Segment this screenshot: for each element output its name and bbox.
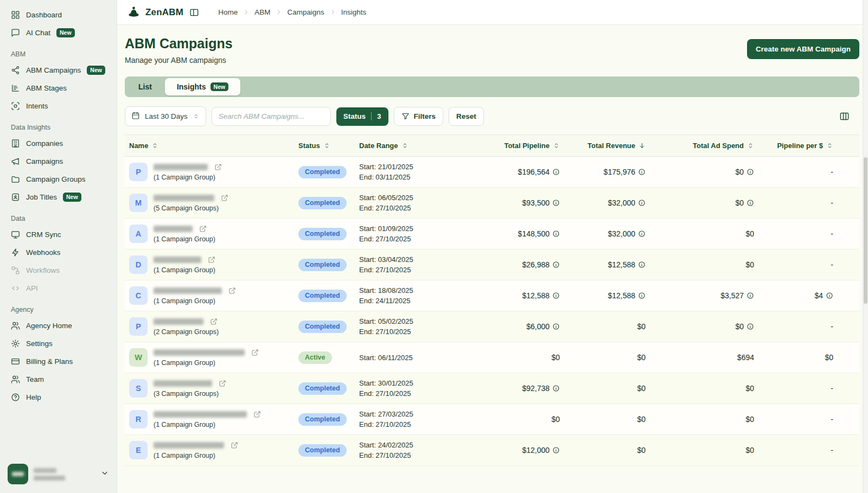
workflow-icon	[11, 266, 20, 275]
sidebar-item-crm-sync[interactable]: CRM Sync	[7, 226, 110, 243]
sidebar-item-dashboard[interactable]: Dashboard	[7, 7, 110, 23]
external-link-icon[interactable]	[251, 349, 259, 356]
avatar: E	[129, 441, 148, 459]
column-header-status[interactable]: Status	[294, 135, 355, 156]
external-link-icon[interactable]	[253, 411, 261, 418]
sort-icon	[747, 142, 754, 149]
total-ad-spend-cell: $3,527	[650, 287, 758, 304]
sidebar-item-api[interactable]: API	[7, 280, 110, 297]
breadcrumb-item-campaigns[interactable]: Campaigns	[287, 8, 324, 16]
zenabm-logo-icon	[127, 5, 141, 19]
create-campaign-button[interactable]: Create new ABM Campaign	[747, 39, 859, 59]
table-row[interactable]: E(1 Campaign Group)CompletedStart: 24/02…	[125, 435, 859, 466]
table-row[interactable]: W(1 Campaign Group)ActiveStart: 06/11/20…	[125, 342, 859, 373]
sidebar-section-title: Data Insights	[11, 124, 106, 131]
info-icon[interactable]	[552, 261, 560, 268]
table-row[interactable]: C(1 Campaign Group)CompletedStart: 18/08…	[125, 280, 859, 311]
info-icon[interactable]	[746, 323, 754, 330]
info-icon[interactable]	[638, 261, 646, 268]
info-icon[interactable]	[552, 168, 560, 176]
column-settings-button[interactable]	[837, 109, 852, 124]
sidebar-item-job-titles[interactable]: Job TitlesNew	[7, 189, 110, 206]
search-input[interactable]	[212, 107, 331, 126]
column-header-total-revenue[interactable]: Total Revenue	[564, 135, 650, 156]
chevron-down-icon[interactable]	[100, 469, 109, 479]
code-icon	[11, 284, 20, 293]
info-icon[interactable]	[552, 323, 560, 330]
column-header-total-ad-spend[interactable]: Total Ad Spend	[650, 135, 758, 156]
column-header-pipeline-per[interactable]: Pipeline per $	[758, 135, 859, 156]
external-link-icon[interactable]	[219, 380, 226, 387]
filters-button[interactable]: Filters	[394, 107, 444, 126]
column-header-name[interactable]: Name	[125, 135, 294, 156]
sidebar-item-campaigns[interactable]: Campaigns	[7, 153, 110, 170]
breadcrumb-item-insights[interactable]: Insights	[341, 8, 367, 16]
avatar: S	[129, 379, 148, 398]
external-link-icon[interactable]	[221, 194, 228, 202]
breadcrumb-item-home[interactable]: Home	[218, 8, 238, 16]
status-badge: Completed	[298, 166, 347, 178]
tab-list[interactable]: List	[126, 78, 164, 95]
sidebar-item-campaign-groups[interactable]: Campaign Groups	[7, 171, 110, 188]
table-row[interactable]: S(3 Campaign Groups)CompletedStart: 30/0…	[125, 373, 859, 404]
calendar-icon	[131, 111, 140, 121]
sidebar-item-team[interactable]: Team	[7, 371, 110, 388]
column-header-total-pipeline[interactable]: Total Pipeline	[473, 135, 564, 156]
info-icon[interactable]	[746, 199, 754, 207]
sidebar-item-webhooks[interactable]: Webhooks	[7, 244, 110, 261]
info-icon[interactable]	[638, 199, 646, 207]
external-link-icon[interactable]	[231, 441, 238, 449]
sidebar-item-billing-plans[interactable]: Billing & Plans	[7, 353, 110, 370]
sidebar-item-ai-chat[interactable]: AI ChatNew	[7, 24, 110, 41]
external-link-icon[interactable]	[214, 163, 222, 171]
info-icon[interactable]	[552, 385, 560, 392]
date-range-select[interactable]: Last 30 Days	[125, 106, 206, 126]
table-row[interactable]: R(1 Campaign Group)CompletedStart: 27/03…	[125, 404, 859, 435]
status-badge: Active	[298, 351, 332, 364]
external-link-icon[interactable]	[210, 318, 218, 325]
sidebar-toggle-icon[interactable]	[189, 8, 199, 17]
tab-insights[interactable]: Insights New	[165, 78, 240, 95]
table-row[interactable]: P(2 Campaign Groups)CompletedStart: 05/0…	[125, 311, 859, 342]
user-menu[interactable]	[7, 460, 110, 488]
info-icon[interactable]	[746, 292, 754, 299]
campaign-group-count: (5 Campaign Groups)	[154, 204, 228, 212]
external-link-icon[interactable]	[199, 225, 207, 233]
sidebar-item-help[interactable]: Help	[7, 389, 110, 406]
chevron-right-icon	[242, 9, 250, 16]
external-link-icon[interactable]	[208, 256, 215, 264]
sidebar-item-settings[interactable]: Settings	[7, 335, 110, 352]
table-row[interactable]: A(1 Campaign Group)CompletedStart: 01/09…	[125, 219, 859, 249]
info-icon[interactable]	[638, 168, 646, 176]
sidebar-item-abm-campaigns[interactable]: ABM CampaignsNew	[7, 62, 110, 79]
redacted-name	[154, 195, 214, 201]
sidebar-item-abm-stages[interactable]: ABM Stages	[7, 80, 110, 97]
info-icon[interactable]	[638, 292, 646, 299]
columns-icon	[839, 111, 850, 121]
total-ad-spend-cell: $0	[650, 163, 758, 181]
sidebar-item-companies[interactable]: Companies	[7, 135, 110, 152]
info-icon[interactable]	[552, 292, 560, 299]
sidebar-item-intents[interactable]: Intents	[7, 98, 110, 114]
info-icon[interactable]	[552, 446, 560, 454]
reset-button[interactable]: Reset	[449, 107, 484, 126]
info-icon[interactable]	[552, 230, 560, 238]
info-icon[interactable]	[552, 199, 560, 207]
table-row[interactable]: M(5 Campaign Groups)CompletedStart: 06/0…	[125, 188, 859, 219]
status-filter-button[interactable]: Status 3	[336, 107, 388, 126]
sidebar-item-agency-home[interactable]: Agency Home	[7, 317, 110, 334]
scrollbar-thumb[interactable]	[864, 157, 867, 304]
total-revenue-cell: $0	[564, 380, 650, 397]
info-icon[interactable]	[638, 230, 646, 238]
table-row[interactable]: P(1 Campaign Group)CompletedStart: 21/01…	[125, 157, 859, 188]
breadcrumb-item-abm[interactable]: ABM	[254, 8, 270, 16]
info-icon[interactable]	[826, 292, 833, 299]
page-scrollbar[interactable]	[863, 0, 868, 493]
sidebar-item-workflows[interactable]: Workflows	[7, 262, 110, 279]
external-link-icon[interactable]	[228, 287, 236, 294]
info-icon[interactable]	[746, 168, 754, 176]
sidebar-item-label: ABM Campaigns	[26, 66, 81, 74]
table-row[interactable]: D(1 Campaign Group)CompletedStart: 03/04…	[125, 249, 859, 280]
status-cell: Completed	[294, 285, 355, 306]
column-header-date-range[interactable]: Date Range	[355, 135, 473, 156]
